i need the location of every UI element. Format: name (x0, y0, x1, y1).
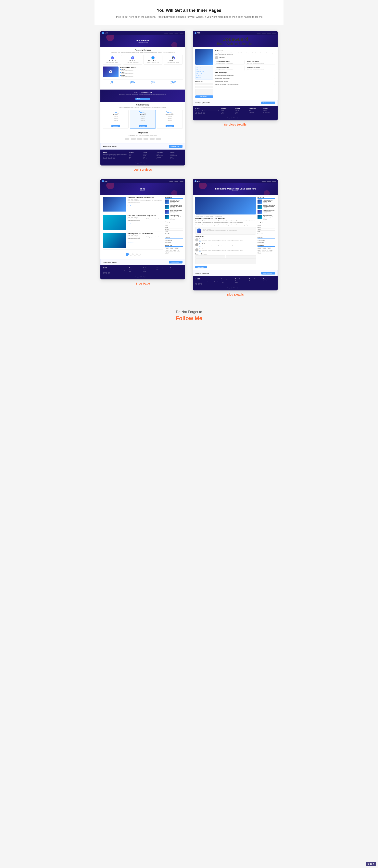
social-icon[interactable] (200, 283, 202, 285)
plan-btn[interactable]: Get Started (139, 125, 147, 127)
social-icon[interactable] (198, 112, 200, 114)
ready-btn[interactable]: Create an Account → (261, 272, 275, 275)
reply-btn-1[interactable]: Reply (199, 241, 242, 242)
footer-link[interactable]: Pricing (235, 282, 248, 283)
tag-hosting[interactable]: Hosting (258, 248, 262, 249)
tag-security[interactable]: Security (267, 248, 271, 249)
footer-link[interactable]: Log in As (171, 158, 183, 159)
category-item[interactable]: Safety (258, 230, 275, 233)
category-item[interactable]: Security (258, 228, 275, 230)
faq-item-3[interactable]: How to solve audio problems? + (215, 80, 275, 83)
comment-email-input[interactable] (226, 255, 256, 258)
social-icon-fb[interactable] (103, 157, 105, 159)
page-btn-next[interactable]: › (138, 253, 141, 256)
community-cta-btn[interactable]: Get Exclusive Access → (136, 98, 150, 100)
archive-item[interactable]: 02-09 October (165, 241, 183, 243)
social-icon[interactable] (195, 112, 197, 114)
contact-submit-btn[interactable]: Send Message → (195, 95, 213, 98)
social-icon-tw[interactable] (105, 157, 107, 159)
tag-vps[interactable]: VPS (177, 250, 180, 251)
footer-link[interactable]: Features (235, 280, 248, 281)
comment-name-input[interactable] (195, 255, 225, 258)
footer-link[interactable]: About (222, 110, 234, 111)
footer-link[interactable]: Pricing (143, 271, 155, 272)
footer-link[interactable]: Blog (156, 269, 169, 270)
ready-btn[interactable]: Create an Account → (169, 145, 182, 148)
category-item[interactable]: Hosting (165, 224, 183, 226)
faq-item-4[interactable]: How can I add an external contact to my … (215, 83, 275, 86)
menu-item-trial[interactable]: Free Trial (196, 73, 212, 75)
read-more-1[interactable]: Read More » (127, 205, 134, 207)
page-btn-2[interactable]: 2 (129, 253, 133, 256)
page-btn-1[interactable]: 1 (125, 253, 129, 256)
tag-server[interactable]: Server (169, 250, 173, 251)
tag-safety[interactable]: Safety (258, 250, 261, 251)
contact-message-input[interactable] (195, 89, 213, 95)
tag-vps[interactable]: VPS (269, 250, 272, 251)
social-icon[interactable] (108, 272, 110, 274)
footer-link[interactable]: News (129, 157, 141, 158)
footer-link[interactable]: Pricing (143, 155, 155, 156)
footer-link[interactable]: Docs (235, 113, 248, 114)
footer-link[interactable]: Account (171, 269, 183, 270)
footer-link[interactable]: Control System (171, 155, 183, 156)
footer-link[interactable]: Team (222, 112, 234, 113)
footer-link[interactable]: Team Blog (156, 157, 169, 158)
social-icon-gp[interactable] (113, 157, 115, 159)
tag-hosting[interactable]: Hosting (165, 248, 169, 249)
menu-item-free-website[interactable]: Free Website (196, 67, 212, 69)
footer-link[interactable]: Blog (249, 280, 261, 281)
social-icon[interactable] (105, 272, 107, 274)
footer-link[interactable]: Documentation (156, 158, 169, 159)
social-icon[interactable] (195, 283, 197, 285)
footer-link[interactable]: Docs (143, 157, 155, 158)
tag-tool[interactable]: Tool (173, 250, 176, 251)
category-item[interactable]: Security (165, 228, 183, 230)
tag-cloud[interactable]: Cloud (258, 252, 261, 254)
menu-item-benefits[interactable]: Benefits (196, 69, 212, 71)
footer-link[interactable]: News (222, 113, 234, 114)
footer-link[interactable]: Careers (129, 158, 141, 159)
category-item[interactable]: Server Tool (165, 233, 183, 235)
menu-item-addons[interactable]: Addons (196, 75, 212, 77)
category-item[interactable]: Domain (258, 226, 275, 228)
footer-link[interactable]: Team (129, 155, 141, 156)
menu-item-clients[interactable]: What Clients Say (196, 71, 212, 73)
page-btn-3[interactable]: 3 (134, 253, 137, 256)
footer-link[interactable]: Account (171, 154, 183, 155)
tag-security[interactable]: Security (174, 248, 179, 249)
tag-cloud[interactable]: Cloud (165, 252, 169, 254)
faq-item-1[interactable]: Is Skype for communication and Business?… (215, 74, 275, 77)
social-icon[interactable] (103, 272, 105, 274)
footer-link[interactable]: About (222, 280, 234, 281)
footer-link[interactable]: Pricing (235, 112, 248, 113)
category-item[interactable]: Domain (165, 226, 183, 228)
footer-link[interactable]: About (129, 269, 141, 270)
footer-link[interactable]: Features (143, 269, 155, 270)
footer-link[interactable]: Control System (263, 112, 275, 113)
comment-submit-btn[interactable]: Post Comment → (195, 266, 207, 269)
footer-link[interactable]: Blog (156, 154, 169, 155)
comment-message-input[interactable] (195, 258, 256, 264)
footer-link[interactable]: About (129, 154, 141, 155)
footer-link[interactable]: Team (129, 271, 141, 272)
plan-btn[interactable]: Get Started (111, 125, 120, 127)
read-more-2[interactable]: Read More » (127, 223, 134, 224)
tag-tool[interactable]: Tool (266, 250, 269, 251)
social-icon[interactable] (200, 112, 202, 114)
ready-btn[interactable]: Create an Account → (169, 261, 182, 264)
menu-item-partners[interactable]: Partners (196, 77, 212, 79)
footer-link[interactable]: Blog (249, 110, 261, 111)
category-item[interactable]: Server Tool (258, 233, 275, 235)
footer-link[interactable]: Changelog (143, 158, 155, 159)
footer-link[interactable]: Team (222, 282, 234, 283)
reply-btn-3[interactable]: Reply (199, 251, 242, 252)
footer-link[interactable]: Features (235, 110, 248, 111)
footer-link[interactable]: Why Download (156, 155, 169, 156)
faq-item-2[interactable]: Why am I having audio problems? + (215, 77, 275, 80)
footer-link[interactable]: Team Blog (249, 112, 261, 113)
footer-link[interactable]: Features (143, 154, 155, 155)
social-icon[interactable] (203, 112, 205, 114)
category-item[interactable]: Safety (165, 230, 183, 233)
contact-name-input[interactable] (195, 83, 213, 85)
